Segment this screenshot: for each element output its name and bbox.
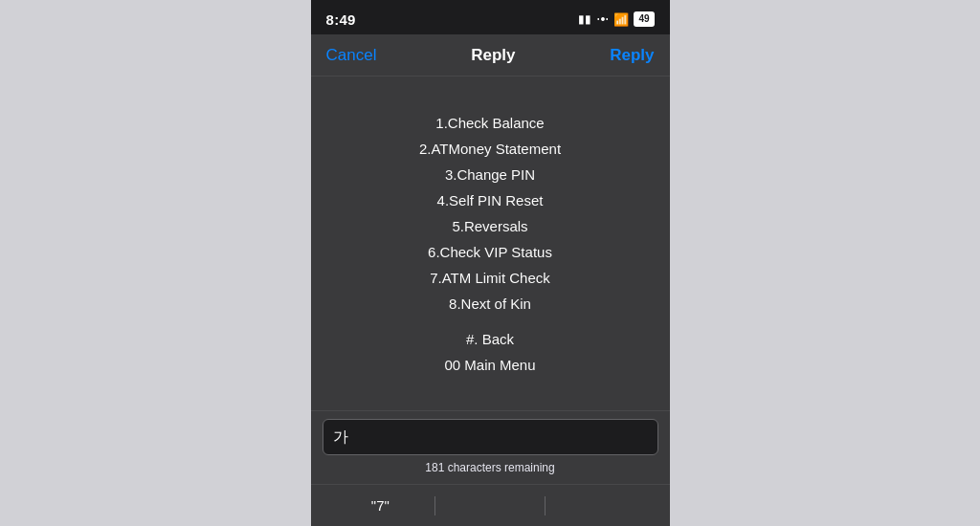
menu-item-2: 2.ATMoney Statement [419,136,561,162]
nav-title: Reply [471,46,515,65]
input-area: 181 characters remaining [311,410,670,484]
menu-item-1: 1.Check Balance [419,110,561,136]
wifi-icon: ⋅•⋅ [596,11,609,27]
reply-button[interactable]: Reply [610,46,654,65]
reply-input[interactable] [323,419,658,455]
suggestion-item-2[interactable] [435,502,545,510]
suggestion-item-3[interactable] [546,502,655,510]
battery-level: 49 [634,11,654,27]
menu-item-4: 4.Self PIN Reset [419,187,561,213]
char-count: 181 characters remaining [323,455,658,478]
cancel-button[interactable]: Cancel [326,46,377,65]
battery-container: 49 [634,11,654,27]
menu-item-6: 6.Check VIP Status [419,239,561,265]
wifi-symbol: 📶 [613,12,629,27]
menu-item-5: 5.Reversals [419,213,561,239]
status-bar: 8:49 ▮▮ ⋅•⋅ 📶 49 [311,0,670,34]
status-time: 8:49 [326,11,356,28]
menu-item-3: 3.Change PIN [419,162,561,187]
phone-frame: 8:49 ▮▮ ⋅•⋅ 📶 49 Cancel Reply Reply 1.Ch… [311,0,670,526]
menu-item-10: 00 Main Menu [419,352,561,378]
menu-item-8: 8.Next of Kin [419,291,561,317]
message-area: 1.Check Balance2.ATMoney Statement3.Chan… [311,77,670,410]
spacer [419,317,561,326]
suggestion-item[interactable]: "7" [326,493,435,517]
nav-bar: Cancel Reply Reply [311,34,670,77]
message-content: 1.Check Balance2.ATMoney Statement3.Chan… [419,110,561,378]
sim-signal-icon: ▮▮ [578,12,591,26]
menu-item-9: #. Back [419,326,561,352]
menu-item-7: 7.ATM Limit Check [419,265,561,291]
status-icons: ▮▮ ⋅•⋅ 📶 49 [578,11,654,27]
keyboard-suggestion-bar: "7" [311,484,670,526]
